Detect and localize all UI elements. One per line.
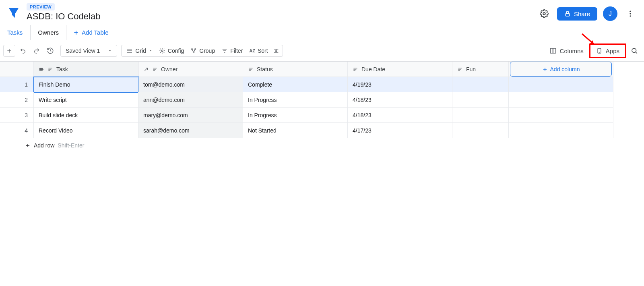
sort-button[interactable]: AZ Sort [246, 45, 271, 56]
group-label: Group [199, 48, 215, 54]
columns-icon [549, 47, 557, 54]
plus-icon [73, 29, 79, 36]
column-header-task[interactable]: Task [34, 62, 138, 77]
cell-due[interactable]: 4/19/23 [348, 77, 452, 92]
title-area: PREVIEW ASDB: IO Codelab [27, 3, 100, 22]
add-row-label: Add row [34, 142, 54, 149]
tables-tab-bar: Tasks Owners Add Table [0, 25, 644, 40]
share-button[interactable]: Share [557, 7, 597, 21]
cell-due[interactable]: 4/18/23 [348, 92, 452, 108]
col-label: Fun [466, 66, 476, 73]
filter-button[interactable]: Filter [218, 45, 246, 56]
ref-arrow-icon [143, 66, 149, 72]
cell-status[interactable]: Not Started [243, 123, 348, 138]
cell-fun[interactable] [452, 92, 509, 108]
svg-line-34 [145, 68, 148, 70]
saved-view-dropdown[interactable]: Saved View 1 [60, 45, 117, 57]
header-right: Share J [537, 3, 638, 21]
rownum-header [0, 62, 34, 77]
row-height-icon [273, 48, 279, 54]
add-column-header: Add column [509, 62, 613, 77]
group-button[interactable]: Group [187, 45, 218, 56]
columns-label: Columns [560, 48, 584, 54]
cell-owner[interactable]: ann@demo.com [138, 92, 243, 108]
add-row-hint: Shift-Enter [58, 142, 84, 149]
apps-button[interactable]: Apps [589, 44, 626, 58]
cell-status[interactable]: Complete [243, 77, 348, 92]
lock-icon [564, 10, 571, 17]
history-button[interactable] [44, 45, 56, 57]
cell-task[interactable]: Build slide deck [34, 108, 138, 123]
apps-label: Apps [606, 48, 619, 54]
config-button[interactable]: Config [156, 45, 187, 56]
config-label: Config [168, 48, 184, 54]
add-column-button[interactable]: Add column [510, 62, 612, 77]
tab-tasks[interactable]: Tasks [0, 25, 30, 40]
svg-point-15 [192, 49, 193, 50]
view-controls: Grid Config Group Filter AZ Sort [121, 45, 283, 57]
svg-point-2 [630, 11, 631, 12]
data-grid: Task Owner Status Due Date [0, 62, 644, 153]
cell-task[interactable]: Finish Demo [34, 77, 138, 92]
svg-point-0 [543, 12, 545, 15]
toolbar-right: Columns Apps [545, 44, 641, 58]
tablet-icon [596, 47, 603, 54]
row-number[interactable]: 2 [0, 92, 34, 108]
cell-task[interactable]: Write script [34, 92, 138, 108]
format-button[interactable] [271, 45, 281, 56]
view-toolbar: Saved View 1 Grid Config Group [0, 40, 644, 62]
cell-empty[interactable] [509, 92, 613, 108]
grid-lines-icon [126, 48, 133, 54]
column-header-due-date[interactable]: Due Date [348, 62, 452, 77]
tab-owners[interactable]: Owners [30, 25, 66, 40]
svg-point-14 [161, 50, 163, 52]
cell-task[interactable]: Record Video [34, 123, 138, 138]
add-table-button[interactable]: Add Table [66, 25, 115, 40]
text-lines-icon [248, 66, 254, 72]
cell-status[interactable]: In Progress [243, 108, 348, 123]
search-button[interactable] [628, 44, 641, 57]
cell-due[interactable]: 4/18/23 [348, 108, 452, 123]
more-menu-icon[interactable] [623, 6, 638, 21]
cell-status[interactable]: In Progress [243, 92, 348, 108]
group-icon [190, 48, 197, 54]
redo-button[interactable] [31, 45, 43, 57]
grid-view-dropdown[interactable]: Grid [123, 45, 155, 56]
app-logo-icon[interactable] [6, 6, 21, 20]
cell-empty[interactable] [509, 108, 613, 123]
cell-empty[interactable] [509, 123, 613, 138]
sort-label: Sort [258, 48, 268, 54]
cell-owner[interactable]: sarah@demo.com [138, 123, 243, 138]
cell-due[interactable]: 4/17/23 [348, 123, 452, 138]
cell-empty[interactable] [509, 77, 613, 92]
plus-icon [25, 143, 31, 148]
row-number[interactable]: 4 [0, 123, 34, 138]
page-title[interactable]: ASDB: IO Codelab [27, 11, 100, 22]
gear-icon [159, 48, 165, 54]
column-header-fun[interactable]: Fun [452, 62, 509, 77]
row-number[interactable]: 1 [0, 77, 34, 92]
cell-fun[interactable] [452, 123, 509, 138]
settings-icon[interactable] [537, 6, 551, 21]
svg-point-29 [632, 48, 636, 53]
grid-label: Grid [135, 48, 146, 54]
label-icon [39, 66, 44, 72]
text-lines-icon [457, 66, 463, 72]
user-avatar[interactable]: J [603, 6, 617, 21]
svg-point-16 [195, 49, 196, 50]
cell-fun[interactable] [452, 108, 509, 123]
cell-fun[interactable] [452, 77, 509, 92]
add-table-label: Add Table [82, 29, 108, 36]
column-header-status[interactable]: Status [243, 62, 348, 77]
text-lines-icon [152, 66, 158, 72]
undo-button[interactable] [17, 45, 29, 57]
columns-button[interactable]: Columns [545, 45, 588, 57]
add-row-button[interactable]: Add row Shift-Enter [20, 138, 644, 153]
column-header-owner[interactable]: Owner [138, 62, 243, 77]
text-lines-icon [353, 66, 358, 72]
row-number[interactable]: 3 [0, 108, 34, 123]
add-button[interactable] [3, 45, 15, 57]
cell-owner[interactable]: tom@demo.com [138, 77, 243, 92]
saved-view-label: Saved View 1 [66, 48, 100, 54]
cell-owner[interactable]: mary@demo.com [138, 108, 243, 123]
